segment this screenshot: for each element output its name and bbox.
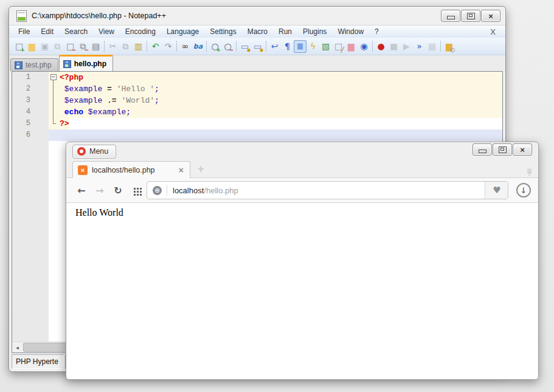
code-text: ?> [58, 118, 69, 129]
code-text: $example = 'Hello '; [58, 83, 159, 95]
menu-macro[interactable]: Macro [242, 26, 273, 37]
menu-settings[interactable]: Settings [204, 26, 241, 37]
npp-minimize-button[interactable] [441, 10, 460, 22]
stop-macro-button[interactable]: ■ [387, 40, 400, 53]
opera-tab-menu-button[interactable]: ≡ ▿ [527, 168, 532, 177]
menu-window[interactable]: Window [332, 26, 369, 37]
line-body [49, 129, 502, 141]
opera-minimize-button[interactable] [473, 143, 492, 156]
record-macro-button[interactable]: ● [375, 40, 387, 53]
word-wrap-button[interactable]: ↩ [268, 40, 281, 53]
npp-window-title: C:\xampp\htdocs\hello.php - Notepad++ [32, 12, 441, 20]
address-bar[interactable]: ⊕ localhost/hello.php ♥ [147, 181, 508, 199]
editor-line-2[interactable]: 2 $example = 'Hello '; [12, 83, 502, 95]
document-map-button[interactable]: ▧ [319, 40, 332, 53]
menu-encoding[interactable]: Encoding [120, 26, 161, 37]
paste-button[interactable]: ▥ [132, 40, 145, 53]
fold-marker-icon [49, 83, 58, 95]
save-macro-button[interactable]: ▦ [426, 40, 438, 53]
npp-maximize-button[interactable] [461, 10, 480, 22]
opera-maximize-button[interactable] [493, 143, 512, 156]
editor-line-1[interactable]: 1<?php [12, 72, 502, 83]
forward-button[interactable]: → [92, 182, 108, 198]
close-file-button[interactable]: □− [64, 40, 77, 53]
undo-button[interactable]: ↶ [149, 40, 162, 53]
new-file-button[interactable]: □+ [13, 40, 26, 53]
show-indent-guide-button[interactable]: ≣ [294, 40, 306, 53]
downloads-button[interactable]: ↓ [516, 183, 531, 198]
run-macro-multiple-button[interactable]: » [413, 40, 426, 53]
icon-badge: ╱ [341, 47, 344, 53]
bookmark-heart-button[interactable]: ♥ [485, 182, 508, 199]
minimize-icon [447, 16, 455, 19]
npp-close-button[interactable]: × [481, 10, 500, 22]
npp-menu-close-document[interactable]: X [484, 27, 502, 36]
close-icon: × [488, 12, 493, 20]
npp-tab-hello-php[interactable]: hello.php [59, 55, 113, 71]
file-monitoring-icon: ◉ [360, 42, 367, 50]
npp-tab-test-php[interactable]: test.php [10, 58, 58, 71]
save-all-button[interactable]: ⧉ [51, 40, 64, 53]
zoom-out-button[interactable]: ○− [221, 40, 234, 53]
cut-button[interactable]: ✂ [106, 40, 119, 53]
zoom-in-button[interactable]: ○+ [209, 40, 221, 53]
menu-file[interactable]: File [13, 26, 35, 37]
open-file-button[interactable]: ▆ [26, 40, 38, 53]
line-body: $example = 'Hello '; [49, 83, 502, 95]
menu-search[interactable]: Search [59, 26, 93, 37]
line-body: echo $example; [49, 106, 502, 118]
stop-macro-icon: ■ [390, 42, 398, 50]
editor-line-3[interactable]: 3 $example .= 'World'; [12, 95, 502, 106]
menu-edit[interactable]: Edit [35, 26, 59, 37]
project-panel-icon: ▆ [348, 42, 355, 50]
opera-close-button[interactable]: × [513, 143, 532, 156]
find-button[interactable]: ∞ [179, 40, 192, 53]
opera-menu-button[interactable]: Menu [72, 145, 116, 159]
copy-button[interactable]: ⧉ [119, 40, 132, 53]
npp-titlebar[interactable]: C:\xampp\htdocs\hello.php - Notepad++ × [9, 7, 505, 25]
print-button[interactable]: ▤ [89, 40, 102, 53]
tab-close-icon[interactable]: × [178, 165, 185, 175]
line-number-margin [12, 141, 34, 342]
menu-view[interactable]: View [93, 26, 120, 37]
reload-button[interactable]: ↻ [110, 182, 126, 198]
toolbar-separator [176, 41, 177, 52]
saved-file-icon [63, 60, 71, 68]
scroll-left-arrow-icon[interactable]: ◂ [12, 342, 23, 352]
menu-language[interactable]: Language [161, 26, 204, 37]
replace-button[interactable]: ba [192, 40, 204, 53]
opera-tab-localhost[interactable]: × localhost/hello.php × [72, 161, 190, 178]
line-body: <?php [49, 72, 502, 83]
sync-vertical-scroll-button[interactable]: ▭▪ [238, 40, 251, 53]
back-button[interactable]: ← [74, 182, 89, 198]
editor-line-5[interactable]: 5?> [12, 118, 502, 129]
menu-[interactable]: ? [369, 26, 384, 37]
url-text[interactable]: localhost/hello.php [173, 186, 485, 195]
toolbar-separator [147, 41, 147, 52]
opera-new-tab-button[interactable]: + [190, 163, 212, 177]
save-button[interactable]: ▣ [38, 40, 51, 53]
sync-horizontal-scroll-button[interactable]: ▭▪ [251, 40, 264, 53]
opera-topbar[interactable]: Menu × [66, 142, 538, 160]
open-containing-folder-button[interactable]: ▆○ [443, 40, 455, 53]
playback-macro-button[interactable]: ▶ [400, 40, 413, 53]
site-info-globe-icon[interactable]: ⊕ [153, 186, 162, 195]
project-panel-button[interactable]: ▆ [345, 40, 358, 53]
redo-button[interactable]: ↷ [162, 40, 175, 53]
file-monitoring-button[interactable]: ◉ [358, 40, 370, 53]
icon-badge: − [71, 47, 76, 53]
saved-file-icon [15, 61, 23, 69]
menu-run[interactable]: Run [273, 26, 297, 37]
editor-line-4[interactable]: 4 echo $example; [12, 106, 502, 118]
speed-dial-button[interactable] [128, 182, 144, 198]
save-icon: ▣ [41, 42, 49, 50]
editor-line-6[interactable]: 6 [12, 129, 502, 141]
show-all-characters-button[interactable]: ¶ [281, 40, 294, 53]
minimize-icon [479, 150, 486, 153]
style-configurator-button[interactable]: ϟ [306, 40, 319, 53]
document-switcher-button[interactable]: □╱ [332, 40, 345, 53]
fold-marker-icon[interactable] [49, 72, 58, 83]
close-all-button[interactable]: ⧉− [77, 40, 89, 53]
code-text [58, 129, 60, 141]
menu-plugins[interactable]: Plugins [297, 26, 332, 37]
